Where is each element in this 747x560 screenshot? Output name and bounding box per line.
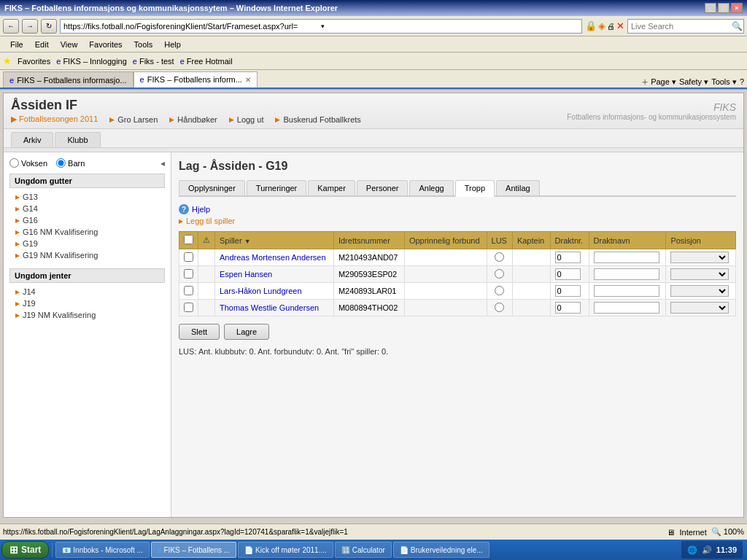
help-browser-button[interactable]: ? xyxy=(740,77,744,86)
sidebar-section-gutter: Ungdom gutter G13 G14 G16 G16 NM Kvalifi… xyxy=(9,174,165,261)
stop-icon[interactable]: ✕ xyxy=(616,20,624,31)
row1-draktnr-input[interactable] xyxy=(555,252,581,263)
sub-tab-turneringer[interactable]: Turneringer xyxy=(247,180,306,195)
sidebar-item-j14[interactable]: J14 xyxy=(9,286,165,298)
fav-hotmail[interactable]: e Free Hotmail xyxy=(180,57,233,66)
tools-button[interactable]: Tools ▾ xyxy=(711,77,737,87)
browser-tab-2[interactable]: e FIKS – Fotballens inform... ✕ xyxy=(133,71,258,88)
new-tab-button[interactable]: + xyxy=(642,76,648,88)
row1-posisjon-select[interactable] xyxy=(670,252,729,263)
sidebar-item-g16nm[interactable]: G16 NM Kvalifisering xyxy=(9,226,165,238)
row3-checkbox[interactable] xyxy=(184,286,193,295)
row2-draktnavn-input[interactable] xyxy=(594,268,659,280)
page-button[interactable]: Page ▾ xyxy=(651,77,676,87)
row3-draktnavn-input[interactable] xyxy=(594,285,659,297)
taskbar-btn-calculator[interactable]: 🔢 Calculator xyxy=(335,542,392,558)
back-button[interactable]: ← xyxy=(3,19,19,34)
start-button[interactable]: ⊞ Start xyxy=(1,541,49,559)
row4-checkbox[interactable] xyxy=(184,303,193,312)
row2-id-cell: M290593ESP02 xyxy=(333,266,404,283)
add-player-link[interactable]: Legg til spiller xyxy=(179,217,736,225)
search-box[interactable]: 🔍 xyxy=(627,19,744,34)
taskbar-btn-brukerveil[interactable]: 📄 Brukerveiledning ele... xyxy=(393,542,489,558)
radio-barn[interactable]: Barn xyxy=(56,158,85,168)
sub-tab-anlegg[interactable]: Anlegg xyxy=(409,180,453,195)
breadcrumb-krets-link[interactable]: Buskerud Fotballkrets xyxy=(283,115,360,124)
row1-draktnavn-input[interactable] xyxy=(594,252,659,263)
org-name: Åssiden IF xyxy=(11,98,361,113)
menu-favorites[interactable]: Favorites xyxy=(83,39,128,50)
taskbar-btn-innboks[interactable]: 📧 Innboks - Microsoft ... xyxy=(55,542,150,558)
radio-barn-input[interactable] xyxy=(56,158,66,168)
maximize-button[interactable]: □ xyxy=(718,3,729,13)
row3-player-link[interactable]: Lars-Håkon Lundgreen xyxy=(220,287,302,295)
menu-help[interactable]: Help xyxy=(158,39,187,50)
sub-tab-kamper[interactable]: Kamper xyxy=(308,180,355,195)
lagre-button[interactable]: Lagre xyxy=(224,324,269,340)
sidebar-item-g19[interactable]: G19 xyxy=(9,238,165,249)
refresh-button[interactable]: ↻ xyxy=(41,19,57,34)
sidebar-item-g13[interactable]: G13 xyxy=(9,191,165,203)
search-submit-icon[interactable]: 🔍 xyxy=(732,21,743,31)
row2-lus-radio[interactable] xyxy=(495,269,504,279)
row4-player-link[interactable]: Thomas Westlie Gundersen xyxy=(220,303,319,312)
col-spiller[interactable]: Spiller ▼ xyxy=(215,232,334,249)
sub-tab-antilag[interactable]: Antilag xyxy=(496,180,540,195)
safety-button[interactable]: Safety ▾ xyxy=(679,77,708,87)
menu-tools[interactable]: Tools xyxy=(128,39,159,50)
sub-tab-personer[interactable]: Personer xyxy=(357,180,409,195)
sub-tab-opplysninger[interactable]: Opplysninger xyxy=(179,180,245,195)
menu-view[interactable]: View xyxy=(55,39,84,50)
row3-draktnr-input[interactable] xyxy=(555,285,581,297)
sidebar-item-g16[interactable]: G16 xyxy=(9,214,165,226)
sidebar-item-g19nm[interactable]: G19 NM Kvalifisering xyxy=(9,249,165,261)
row2-posisjon-select[interactable] xyxy=(670,268,729,280)
windows-icon: ⊞ xyxy=(9,544,18,556)
browser-tab-1[interactable]: e FIKS – Fotballens informasjo... xyxy=(3,71,133,88)
season-link[interactable]: Fotballsesongen 2011 xyxy=(11,114,98,124)
breadcrumb-krets: ▶ Buskerud Fotballkrets xyxy=(275,115,360,124)
forward-button[interactable]: → xyxy=(22,19,38,34)
tab-klubb[interactable]: Klubb xyxy=(55,132,100,147)
radio-voksen-input[interactable] xyxy=(9,158,19,168)
breadcrumb-logg-ut-link[interactable]: Logg ut xyxy=(237,115,264,124)
row3-posisjon-select[interactable] xyxy=(670,285,729,297)
row1-player-link[interactable]: Andreas Mortensen Andersen xyxy=(220,253,326,262)
row2-draktnavn-cell xyxy=(589,266,666,283)
radio-voksen[interactable]: Voksen xyxy=(9,158,47,168)
taskbar-btn-kickoff[interactable]: 📄 Kick off møter 2011.... xyxy=(238,542,333,558)
window-controls[interactable]: _ □ × xyxy=(705,3,743,13)
taskbar-btn-fiks[interactable]: e FIKS – Fotballens ... xyxy=(151,542,236,558)
menu-file[interactable]: File xyxy=(4,39,29,50)
sub-tab-tropp[interactable]: Tropp xyxy=(455,180,495,197)
sidebar-item-j19[interactable]: J19 xyxy=(9,298,165,309)
help-link[interactable]: ? Hjelp xyxy=(179,204,736,214)
select-all-checkbox[interactable] xyxy=(184,235,193,244)
row4-posisjon-select[interactable] xyxy=(670,302,729,314)
row3-lus-radio[interactable] xyxy=(495,286,504,295)
minimize-button[interactable]: _ xyxy=(705,3,716,13)
search-input[interactable] xyxy=(631,22,732,31)
row4-draktnavn-input[interactable] xyxy=(594,302,659,314)
tab-arkiv[interactable]: Arkiv xyxy=(11,132,53,147)
slett-button[interactable]: Slett xyxy=(179,324,220,340)
fav-fiks-innlogging[interactable]: e FIKS – Innlogging xyxy=(56,57,127,66)
menu-edit[interactable]: Edit xyxy=(29,39,55,50)
row2-draktnr-input[interactable] xyxy=(555,268,581,280)
sidebar-item-g14[interactable]: G14 xyxy=(9,203,165,214)
breadcrumb-handboker-link[interactable]: Håndbøker xyxy=(177,115,217,124)
address-dropdown-button[interactable]: ▾ xyxy=(321,23,578,30)
breadcrumb-gro-link[interactable]: Gro Larsen xyxy=(117,115,158,124)
row4-draktnr-input[interactable] xyxy=(555,302,581,314)
row2-checkbox[interactable] xyxy=(184,269,193,279)
fav-fiks-test[interactable]: e Fiks - test xyxy=(133,57,174,66)
row1-lus-radio[interactable] xyxy=(495,252,504,262)
favorites-button[interactable]: Favorites xyxy=(18,57,50,66)
row1-checkbox[interactable] xyxy=(184,252,193,262)
sidebar-item-j19nm[interactable]: J19 NM Kvalifisering xyxy=(9,309,165,321)
row2-player-link[interactable]: Espen Hansen xyxy=(220,270,272,279)
close-button[interactable]: × xyxy=(731,3,743,13)
row4-lus-radio[interactable] xyxy=(495,303,504,312)
sidebar-close-button[interactable]: ◂ xyxy=(160,158,165,168)
close-tab-2-button[interactable]: ✕ xyxy=(245,76,251,84)
